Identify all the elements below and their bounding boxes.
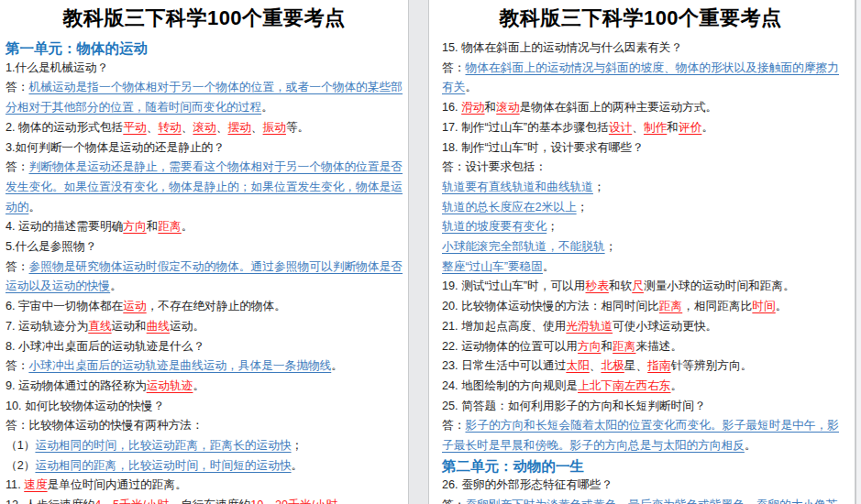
text-run: 答： [442,61,465,74]
text-run: 9. 运动物体通过的路径称为 [6,379,147,392]
text-run: 6. 宇宙中一切物体都在 [6,300,123,312]
answer-text: 轨道的总长度应在2米以上 [442,201,577,214]
document-viewer: 教科版三下科学100个重要考点 第一单元：物体的运动1.什么是机械运动？答：机械… [0,0,861,504]
text-run: 。 [745,439,756,452]
answer-text: 运动相同的距离，比较运动时间，时间短的运动快 [35,459,291,472]
paragraph: 整座“过山车”要稳固。 [442,257,839,278]
paragraph: 18. 制作“过山车”时，设计要求有哪些？ [442,138,839,159]
text-run: 2. 物体的运动形式包括 [6,121,123,134]
paragraph: 10. 如何比较物体运动的快慢？ [6,397,403,417]
text-run: 答：设计要求包括： [442,160,546,173]
key-term: 速度 [24,478,47,491]
paragraph: 答：影子的方向和长短会随着太阳的位置变化而变化。影子最短时是中午，影子最长时是早… [442,416,839,455]
paragraph: 17. 制作“过山车”的基本步骤包括设计、制作和评价。 [442,118,839,138]
text-run: 等。 [286,121,309,134]
text-run: 7. 运动轨迹分为 [6,320,88,333]
text-run: 答：比较物体运动的快慢有两种方法： [6,419,204,432]
text-run: 。 [193,379,204,392]
key-term: 曲线 [147,320,170,333]
paragraph: 答：参照物是研究物体运动时假定不动的物体。通过参照物可以判断物体是否运动以及运动… [6,257,403,297]
paragraph: 24. 地图绘制的方向规则是上北下南左西右东。 [442,377,839,397]
key-term: 滚动 [193,121,215,134]
key-term: 运动轨迹 [147,379,193,392]
text-run: 第二单元：动物的一生 [442,458,584,474]
text-run: 针等辨别方向。 [671,359,753,372]
answer-text: 影子的方向和长短会随着太阳的位置变化而变化。影子最短时是中午，影子最长时是早晨和… [442,419,839,452]
text-run: 。 [701,121,713,134]
key-term: 北极 [601,359,624,372]
text-run: 24. 地图绘制的方向规则是 [442,379,578,392]
paragraph: 轨道要有直线轨道和曲线轨道； [442,178,839,198]
text-run: 运动。 [170,320,204,333]
paragraph: （1）运动相同的时间，比较运动距离，距离长的运动快； [6,436,403,456]
paragraph: 7. 运动轨迹分为直线运动和曲线运动。 [6,317,403,337]
paragraph: 2. 物体的运动形式包括平动、转动、滚动、摆动、振动等。 [6,118,403,138]
text-run: 是物体在斜面上的两种主要运动方式。 [520,101,718,114]
paragraph: 11. 速度是单位时间内通过的距离。 [6,476,403,496]
text-run: 。 [292,459,304,472]
text-run: 答： [6,160,28,173]
paragraph: 轨道的坡度要有变化； [442,217,839,237]
text-run: （1） [6,439,35,452]
text-run: 答： [6,260,28,273]
text-run: 26. 蚕卵的外部形态特征有哪些？ [442,478,613,491]
paragraph: （2）运动相同的距离，比较运动时间，时间短的运动快。 [6,456,403,477]
answer-text: 蚕卵刚产下时为淡黄色或黄色，最后变为紫色或紫黑色。蚕卵的大小像芝 [465,499,837,504]
text-run: 第一单元：物体的运动 [6,40,148,56]
text-run: 21. 增加起点高度、使用 [442,320,566,333]
key-term: 尺 [632,279,644,292]
text-run: 答： [6,81,28,93]
answer-text: 参照物是研究物体运动时假定不动的物体。通过参照物可以判断物体是否运动以及运动的快… [6,260,403,293]
text-run: 19. 测试“过山车”时，可以用 [442,279,586,292]
key-term: 秒表 [586,279,609,292]
paragraph: 22. 运动物体的位置可以用方向和距离来描述。 [442,337,839,357]
key-term: 方向 [123,220,146,233]
text-run: ，自行车速度约 [169,499,250,504]
text-run: 来描述。 [635,340,682,353]
key-term: 太阳 [566,359,589,372]
text-run: 1.什么是机械运动？ [6,61,108,74]
text-run: 8. 小球冲出桌面后的运动轨迹是什么？ [6,340,204,353]
paragraph: 轨道的总长度应在2米以上； [442,198,839,218]
key-term: 摆动 [227,121,250,134]
text-run: 答： [442,419,465,432]
key-term: 时间 [752,300,775,312]
answer-text: 运动相同的时间，比较运动距离，距离长的运动快 [35,439,291,452]
text-run: 16. [442,101,461,114]
paragraph: 20. 比较物体运动快慢的方法：相同时间比距离，相同距离比时间。 [442,297,839,317]
page-body: 第一单元：物体的运动1.什么是机械运动？答：机械运动是指一个物体相对于另一个物体… [6,38,403,504]
vertical-scrollbar[interactable] [855,0,861,504]
paragraph: 19. 测试“过山车”时，可以用秒表和软尺测量小球的运动时间和距离。 [442,277,839,297]
text-run: 17. 制作“过山车”的基本步骤包括 [442,121,609,134]
text-run: 、 [632,121,644,134]
key-term: 距离 [659,300,682,312]
paragraph: 8. 小球冲出桌面后的运动轨迹是什么？ [6,337,403,357]
text-run: 。 [331,359,343,372]
answer-text: 小球冲出桌面后的运动轨迹是曲线运动，具体是一条抛物线 [28,359,331,372]
text-run: 20. 比较物体运动快慢的方法：相同时间比 [442,300,659,312]
text-run: 星、 [624,359,647,372]
answer-text: 轨道要有直线轨道和曲线轨道 [442,181,593,193]
text-run: 、 [590,359,602,372]
key-term: 设计 [609,121,632,134]
text-run: 。 [110,279,122,292]
text-run: 和软 [609,279,632,292]
key-term: 直线 [88,320,111,333]
paragraph: 答：比较物体运动的快慢有两种方法： [6,416,403,436]
text-run: 。 [28,201,40,214]
paragraph: 6. 宇宙中一切物体都在运动，不存在绝对静止的物体。 [6,297,403,317]
paragraph: 25. 简答题：如何利用影子的方向和长短判断时间？ [442,397,839,417]
text-run: ，不存在绝对静止的物体。 [147,300,286,312]
paragraph: 4. 运动的描述需要明确方向和距离。 [6,217,403,237]
paragraph: 答：蚕卵刚产下时为淡黄色或黄色，最后变为紫色或紫黑色。蚕卵的大小像芝 [442,496,839,504]
document-page-right: 教科版三下科学100个重要考点 15. 物体在斜面上的运动情况与什么因素有关？答… [428,0,855,504]
page-gap [409,0,428,504]
paragraph: 26. 蚕卵的外部形态特征有哪些？ [442,476,839,496]
text-run: ； [593,181,605,193]
key-term: 平动 [123,121,146,134]
text-run: 和 [601,340,613,353]
text-run: 可使小球运动更快。 [613,320,717,333]
key-term: 方向 [578,340,601,353]
page-title: 教科版三下科学100个重要考点 [6,5,403,31]
key-term: 10－20千米/小时 [250,499,337,504]
